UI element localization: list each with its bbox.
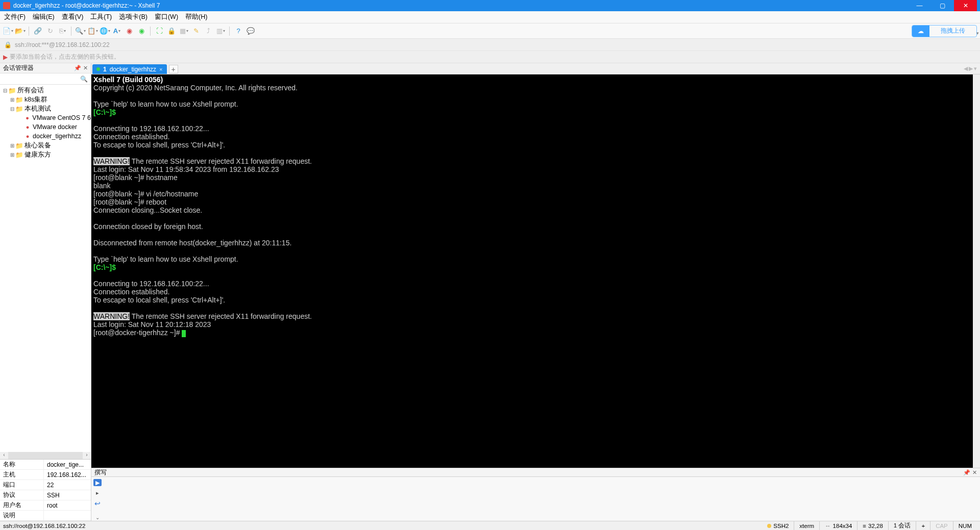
address-bar[interactable]: 🔒 ssh://root:***@192.168.162.100:22 <box>0 39 980 51</box>
grid-icon[interactable]: ▥ <box>216 27 225 36</box>
new-session-icon[interactable]: 📄 <box>3 27 12 36</box>
property-row: 用户名root <box>0 500 91 511</box>
pin-icon[interactable]: 📌 <box>74 65 81 71</box>
scroll-left-icon[interactable]: ‹ <box>0 452 8 459</box>
separator <box>29 27 29 36</box>
compose-expand-icon[interactable]: ⌄ <box>93 514 102 521</box>
session-icon: ● <box>23 124 32 130</box>
tree-label: 所有会话 <box>17 86 44 95</box>
status-plus[interactable]: + <box>916 521 930 530</box>
tree-session[interactable]: ·●VMware CentOS 7 6 <box>0 113 91 122</box>
chat-icon[interactable]: 💬 <box>246 27 255 36</box>
property-row: 端口22 <box>0 480 91 490</box>
property-key: 端口 <box>0 480 44 490</box>
tick-icon[interactable]: ⤴ <box>204 27 213 36</box>
copy-icon[interactable]: 📋 <box>88 27 97 36</box>
tree-twist-icon[interactable]: ⊞ <box>9 143 15 148</box>
tab-prev-icon[interactable]: ◀ <box>964 65 968 72</box>
circle1-icon[interactable]: ◉ <box>125 27 134 36</box>
terminal-scrollbar[interactable] <box>973 74 980 468</box>
tree-twist-icon[interactable]: ⊟ <box>2 88 8 93</box>
highlight-icon[interactable]: ✎ <box>191 27 201 36</box>
disconnect-icon[interactable]: ⎘ <box>58 27 67 36</box>
status-ssh: SSH2 <box>767 521 794 530</box>
compose-title: 撰写 <box>94 468 107 477</box>
property-row: 名称docker_tige... <box>0 460 91 470</box>
tree-folder[interactable]: ⊞📁k8s集群 <box>0 95 91 104</box>
sidebar-close-icon[interactable]: ✕ <box>83 65 88 71</box>
scroll-track[interactable] <box>8 452 83 459</box>
scroll-right-icon[interactable]: › <box>83 452 91 459</box>
compose-close-icon[interactable]: ✕ <box>972 469 977 476</box>
compose-header: 撰写 📌 ✕ <box>91 468 980 477</box>
tree-label: VMware CentOS 7 6 <box>32 114 91 121</box>
tree-twist-icon[interactable]: ⊞ <box>9 97 15 103</box>
help-icon[interactable]: ? <box>234 27 243 36</box>
tree-twist-icon[interactable]: ⊞ <box>9 152 15 158</box>
tab-next-icon[interactable]: ▶ <box>969 65 973 72</box>
link-icon[interactable]: 🔗 <box>33 27 42 36</box>
tree-twist-icon[interactable]: ⊟ <box>9 106 15 112</box>
tab-add-button[interactable]: + <box>169 65 178 73</box>
tree-folder[interactable]: ⊟📁所有会话 <box>0 86 91 95</box>
maximize-button[interactable]: ▢ <box>931 0 954 11</box>
tree-folder[interactable]: ⊟📁本机测试 <box>0 104 91 113</box>
upload-button[interactable]: ☁ 拖拽上传 <box>912 25 977 37</box>
close-button[interactable]: ✕ <box>954 0 977 11</box>
compose-back-icon[interactable]: ↩ <box>93 499 102 508</box>
sidebar-header: 会话管理器 📌 ✕ <box>0 63 91 73</box>
toolbar-overflow-icon[interactable]: ▾ <box>976 31 979 36</box>
separator <box>150 27 151 36</box>
tree-folder[interactable]: ⊞📁核心装备 <box>0 141 91 150</box>
statusbar: ssh://root@192.168.162.100:22 SSH2 xterm… <box>0 521 980 530</box>
terminal[interactable]: Xshell 7 (Build 0056) Copyright (c) 2020… <box>91 74 973 468</box>
separator <box>71 27 71 36</box>
compose-send-icon[interactable]: ▶ <box>93 479 102 486</box>
tab-close-icon[interactable]: × <box>159 66 162 72</box>
tab-strip: 1 docker_tigerhhzz × + ◀ ▶ ▾ <box>91 63 980 74</box>
tree-label: 健康东方 <box>24 150 51 159</box>
lock-icon[interactable]: 🔒 <box>167 27 176 36</box>
font-icon[interactable]: A <box>112 27 121 36</box>
circle2-icon[interactable]: ◉ <box>137 27 146 36</box>
menu-tools[interactable]: 工具(T) <box>90 13 112 21</box>
layout-icon[interactable]: ▦ <box>179 27 188 36</box>
sidebar-search[interactable]: 🔍 <box>0 73 91 85</box>
menu-window[interactable]: 窗口(W) <box>155 13 178 21</box>
tab-docker-tigerhhzz[interactable]: 1 docker_tigerhhzz × <box>92 64 167 74</box>
cursor <box>182 330 186 337</box>
minimize-button[interactable]: — <box>908 0 931 11</box>
status-address: ssh://root@192.168.162.100:22 <box>3 521 90 530</box>
upload-label: 拖拽上传 <box>929 27 976 35</box>
tree-hscroll[interactable]: ‹ › <box>0 452 91 459</box>
tab-label: docker_tigerhhzz <box>110 66 156 73</box>
globe-icon[interactable]: 🌐 <box>100 27 109 36</box>
lock-small-icon: 🔒 <box>4 41 12 48</box>
menu-edit[interactable]: 编辑(E) <box>33 13 55 21</box>
tree-session[interactable]: ·●VMware docker <box>0 122 91 132</box>
reconnect-icon[interactable]: ↻ <box>45 27 55 36</box>
folder-icon: 📁 <box>8 87 16 94</box>
compose-input[interactable] <box>104 477 980 521</box>
fullscreen-icon[interactable]: ⛶ <box>155 27 164 36</box>
compose-pin-icon[interactable]: 📌 <box>963 469 970 476</box>
menu-file[interactable]: 文件(F) <box>4 13 26 21</box>
menu-view[interactable]: 查看(V) <box>62 13 84 21</box>
window-title: docker_tigerhhzz - root@docker-tigerhhzz… <box>13 2 160 9</box>
tree-session[interactable]: ·●docker_tigerhhzz <box>0 132 91 141</box>
tab-menu-icon[interactable]: ▾ <box>974 65 977 72</box>
tree-folder[interactable]: ⊞📁健康东方 <box>0 150 91 159</box>
property-value: 192.168.162... <box>44 470 91 479</box>
open-folder-icon[interactable]: 📂 <box>15 27 24 36</box>
menubar: 文件(F) 编辑(E) 查看(V) 工具(T) 选项卡(B) 窗口(W) 帮助(… <box>0 11 980 23</box>
toolbar: 📄 📂 🔗 ↻ ⎘ 🔍 📋 🌐 A ◉ ◉ ⛶ 🔒 ▦ ✎ ⤴ ▥ ? 💬 ☁ … <box>0 23 980 39</box>
menu-tabs[interactable]: 选项卡(B) <box>119 13 148 21</box>
add-session-icon[interactable]: ▶ <box>3 54 8 61</box>
compose-forward-icon[interactable]: ▸ <box>93 489 102 496</box>
property-value: root <box>44 500 91 510</box>
menu-help[interactable]: 帮助(H) <box>185 13 207 21</box>
property-key: 主机 <box>0 470 44 479</box>
search-icon[interactable]: 🔍 <box>76 27 85 36</box>
folder-icon: 📁 <box>15 151 23 159</box>
status-dot-icon <box>96 67 100 71</box>
